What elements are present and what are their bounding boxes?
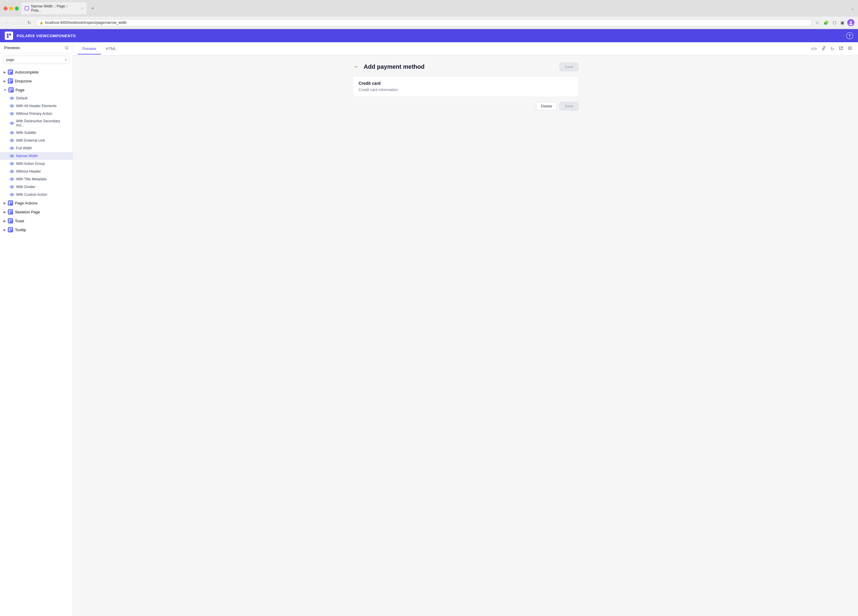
svg-rect-53 — [848, 47, 852, 47]
sidebar-item-all-header[interactable]: With All Header Elements — [0, 102, 73, 110]
sidebar-group-header-page-actions[interactable]: ▶ Page Actions — [0, 199, 73, 207]
svg-rect-48 — [11, 219, 12, 221]
sidebar-item-custom-action[interactable]: With Custom Action — [0, 191, 73, 199]
refresh-preview-button[interactable]: ↻ — [829, 45, 835, 52]
svg-point-36 — [11, 179, 13, 180]
forward-button[interactable]: → — [14, 19, 23, 27]
card-description: Credit card information — [359, 87, 572, 92]
eye-icon — [9, 154, 14, 158]
svg-rect-13 — [11, 89, 12, 90]
svg-rect-43 — [9, 203, 10, 204]
sidebar-group-dropzone: ▶ Dropzone — [0, 76, 73, 86]
eye-icon — [9, 104, 14, 108]
svg-rect-52 — [9, 230, 10, 231]
address-bar[interactable]: 🔒 localhost:4000/lookbook/inspect/page/n… — [36, 19, 812, 26]
eye-icon — [9, 138, 14, 143]
back-button[interactable]: ← — [352, 62, 360, 71]
tab-preview[interactable]: Preview — [78, 44, 101, 54]
avatar[interactable] — [847, 19, 855, 26]
sidebar-item-label: With Action Group — [16, 162, 45, 166]
browser-chrome: Narrow Width :: Page :: Pola... × + ⌄ ← … — [0, 0, 858, 29]
sidebar-item-full-width[interactable]: Full Width — [0, 144, 73, 152]
external-button[interactable] — [838, 45, 844, 52]
extension-button[interactable]: 🧩 — [822, 19, 830, 26]
svg-rect-10 — [11, 79, 12, 81]
app-header: POLARIS VIEWCOMPONENTS ? — [0, 29, 858, 42]
svg-rect-54 — [848, 48, 852, 48]
eye-icon — [9, 169, 14, 174]
svg-point-16 — [11, 98, 13, 99]
lock-icon: 🔒 — [40, 21, 43, 24]
split-view-button[interactable]: ▣ — [839, 19, 846, 26]
sidebar-item-without-header[interactable]: Without Header — [0, 168, 73, 175]
minimize-dot[interactable] — [9, 6, 13, 11]
search-input[interactable] — [3, 56, 70, 64]
sidebar-group-header-toast[interactable]: ▶ Toast — [0, 216, 73, 225]
svg-rect-11 — [9, 81, 10, 82]
help-button[interactable]: ? — [846, 32, 853, 39]
sidebar-item-narrow-width[interactable]: Narrow Width — [0, 152, 73, 160]
delete-button[interactable]: Delete — [536, 102, 557, 110]
sidebar-item-title-metadata[interactable]: With Title Metadata — [0, 175, 73, 183]
code-view-button[interactable]: </> — [810, 45, 818, 52]
svg-rect-8 — [9, 72, 10, 73]
sidebar-item-label: With Destructive Secondary Act... — [16, 119, 69, 128]
svg-point-40 — [11, 194, 13, 196]
page-actions-group-label: Page Actions — [15, 201, 37, 205]
tab-close-button[interactable]: × — [81, 6, 83, 10]
toast-group-icon — [8, 218, 13, 224]
sidebar-group-header-page[interactable]: ▼ Page — [0, 86, 73, 94]
svg-point-20 — [11, 113, 13, 115]
sidebar-item-label: With External Link — [16, 138, 45, 143]
bookmark-button[interactable]: ☆ — [814, 19, 821, 26]
sidebar-group-autocomplete: ▶ Autocomplete — [0, 68, 73, 76]
eye-icon — [9, 177, 14, 182]
nav-icons: ☆ 🧩 ⬡ ▣ — [814, 19, 855, 26]
svg-point-26 — [11, 140, 13, 142]
sidebar-item-label: With All Header Elements — [16, 104, 56, 108]
browser-tab[interactable]: Narrow Width :: Page :: Pola... × — [21, 2, 87, 14]
svg-point-22 — [11, 123, 13, 124]
tab-title: Narrow Width :: Page :: Pola... — [31, 4, 78, 12]
sidebar-group-header-dropzone[interactable]: ▶ Dropzone — [0, 76, 73, 86]
eye-icon — [9, 130, 14, 135]
svg-rect-14 — [9, 90, 11, 91]
preview-tab-actions: </> ↻ — [810, 45, 853, 52]
svg-rect-41 — [9, 201, 10, 203]
tab-html[interactable]: HTML — [101, 44, 121, 54]
eye-icon — [9, 161, 14, 166]
close-dot[interactable] — [3, 6, 8, 11]
eye-icon — [9, 146, 14, 151]
svg-rect-5 — [7, 36, 9, 38]
sidebar-group-header-autocomplete[interactable]: ▶ Autocomplete — [0, 68, 73, 76]
back-button[interactable]: ← — [3, 19, 12, 27]
copy-link-button[interactable] — [821, 45, 827, 52]
refresh-button[interactable]: ↻ — [25, 19, 33, 27]
sidebar-item-label: With Title Metadata — [16, 177, 47, 181]
sidebar-item-divider[interactable]: With Divider — [0, 183, 73, 191]
svg-rect-55 — [848, 49, 852, 50]
svg-rect-4 — [9, 34, 11, 36]
sidebar-group-header-skeleton-page[interactable]: ▶ Skeleton Page — [0, 207, 73, 216]
header-save-button[interactable]: Save — [560, 62, 578, 71]
chevron-right-icon: ▶ — [3, 228, 6, 232]
sidebar-item-label: Full Width — [16, 146, 32, 150]
chevron-right-icon: ▶ — [3, 201, 6, 205]
sidebar-item-without-primary[interactable]: Without Primary Action — [0, 110, 73, 118]
maximize-dot[interactable] — [15, 6, 19, 11]
sidebar-item-external-link[interactable]: With External Link — [0, 137, 73, 144]
sidebar-item-action-group[interactable]: With Action Group — [0, 160, 73, 168]
search-clear-button[interactable]: × — [65, 58, 67, 62]
sidebar-item-default[interactable]: Default — [0, 94, 73, 102]
sidebar-item-subtitle[interactable]: With Subtitle — [0, 129, 73, 137]
sidebar-collapse-button[interactable]: ⊡ — [65, 45, 68, 50]
eye-icon — [9, 96, 14, 101]
new-tab-button[interactable]: + — [89, 6, 96, 11]
sidebar-group-skeleton-page: ▶ Skeleton Page — [0, 207, 73, 216]
tab-expand-button[interactable]: ⌄ — [851, 6, 855, 11]
more-options-button[interactable] — [847, 45, 853, 52]
sidebar-item-destructive[interactable]: With Destructive Secondary Act... — [0, 118, 73, 129]
profile-button[interactable]: ⬡ — [832, 19, 838, 26]
sidebar-group-header-tooltip[interactable]: ▶ Tooltip — [0, 225, 73, 234]
footer-save-button[interactable]: Save — [560, 102, 578, 110]
